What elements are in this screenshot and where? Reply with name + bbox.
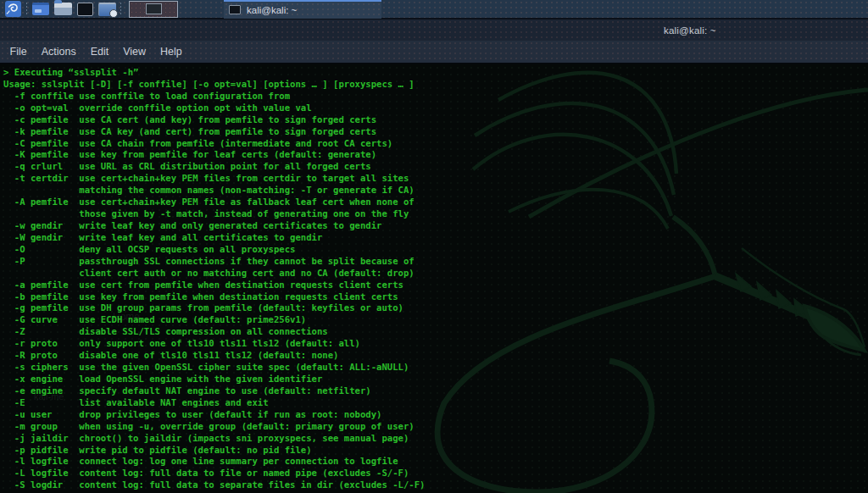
menu-view[interactable]: View [116,46,153,58]
taskbar-window-button[interactable]: kali@kali: ~ [224,0,381,19]
menu-help[interactable]: Help [153,46,190,58]
show-desktop-button[interactable] [30,0,52,19]
monitor-icon [98,3,116,16]
terminal-icon [77,3,93,16]
window-titlebar[interactable]: kali@kali: ~ [0,19,868,42]
kali-dragon-watermark [359,64,868,493]
folder-icon [54,3,72,15]
workspace-pager[interactable] [129,1,178,18]
terminal-viewport[interactable]: Home kali-me > Executing “sslsplit -h” U… [0,64,868,493]
workspace-window-thumbnail [146,3,162,14]
terminal-launcher-button[interactable] [74,0,96,19]
window-icon [32,3,49,15]
display-settings-button[interactable] [96,0,118,19]
menu-actions[interactable]: Actions [34,46,83,58]
taskbar-window-label: kali@kali: ~ [247,5,297,15]
menu-edit[interactable]: Edit [83,46,116,58]
taskbar: kali@kali: ~ [0,0,868,19]
menubar: File Actions Edit View Help [0,41,868,64]
file-manager-button[interactable] [52,0,74,19]
taskbar-separator [120,3,121,16]
taskbar-separator [26,3,27,16]
kali-menu-button[interactable] [2,0,24,19]
kali-dragon-logo-icon [5,1,21,17]
menu-file[interactable]: File [3,46,34,58]
terminal-output: > Executing “sslsplit -h” Usage: sslspli… [3,67,425,491]
window-title: kali@kali: ~ [664,25,716,36]
desktop-screen: kali@kali: ~ kali@kali: ~ File Actions E… [0,0,868,493]
terminal-icon [229,5,241,14]
